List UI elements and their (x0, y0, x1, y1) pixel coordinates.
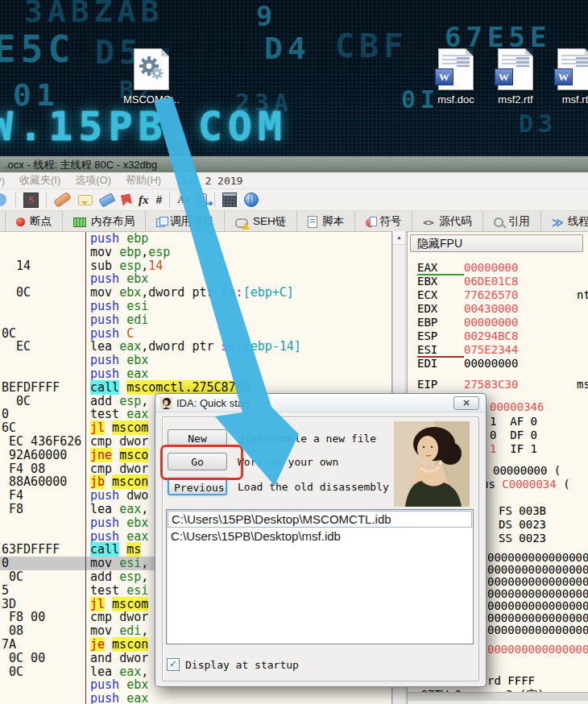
strings-icon[interactable]: Az (177, 193, 189, 206)
asm-row[interactable]: push edi (0, 313, 392, 327)
asm-bytes: F8 (2, 503, 23, 516)
asm-token: eax (126, 691, 148, 704)
asm-token: ss: (222, 339, 243, 354)
recent-files-list[interactable]: C:\Users\15PB\Desktop\MSCOMCTL.idb C:\Us… (166, 509, 474, 644)
portrait-image (394, 421, 470, 507)
tab-script[interactable]: 脚本 (297, 211, 355, 232)
asm-row[interactable]: 0Cpush C (0, 327, 392, 341)
asm-instruction: push ebx (90, 678, 148, 692)
tab-callstack[interactable]: 调用堆栈 (146, 211, 225, 232)
menu-item-options[interactable]: 选项(O) (75, 173, 111, 188)
register-row: ECX77626570nt (417, 288, 518, 301)
register-row: EDI00000000 (417, 357, 518, 370)
tab-breakpoint[interactable]: 断点 (5, 211, 63, 232)
asm-token: push (90, 231, 126, 246)
tab-seh[interactable]: SEH链 (225, 211, 297, 232)
function-icon[interactable]: fx (139, 193, 149, 207)
asm-row[interactable]: push ebx (0, 354, 392, 367)
asm-row[interactable]: push ebp (0, 232, 392, 246)
asm-token: , (141, 259, 148, 273)
menu-item-favorites[interactable]: 收藏夹(I) (19, 173, 60, 188)
last-error: 00000000 ( (493, 464, 561, 477)
trace-icon[interactable] (197, 193, 207, 207)
asm-row[interactable]: 0Cmov ebx,dword ptr ss:[ebp+C] (0, 286, 392, 300)
go-button-highlight (160, 445, 243, 480)
flag-row: 1 AF 0 (490, 415, 537, 428)
bookmark-icon[interactable] (121, 193, 133, 206)
asm-instruction: jl mscom (90, 421, 148, 435)
recent-file-item[interactable]: C:\Users\15PB\Desktop\msf.idb (168, 528, 472, 544)
desktop-icon-msf-rtf[interactable]: W msf.rt (545, 48, 588, 106)
source-toggle-icon[interactable]: S (23, 193, 39, 208)
asm-bytes: 0C (2, 286, 31, 300)
tab-symbols[interactable]: 符号 (355, 211, 412, 232)
asm-token: push (90, 313, 126, 327)
asm-token: jl (90, 597, 105, 611)
asm-token: cmp (90, 610, 119, 624)
asm-bytes: 3D (2, 598, 16, 611)
asm-row[interactable]: 14sub esp,14 (0, 259, 392, 273)
asm-row[interactable]: push ebx (0, 272, 392, 286)
wallpaper-glyph: CBF (335, 27, 408, 64)
close-icon[interactable]: × (453, 396, 479, 410)
x87-value: 0000000000000000000 (487, 611, 588, 624)
desktop-icon-msf-doc[interactable]: W msf.doc (425, 48, 487, 106)
hide-fpu-button[interactable]: 隐藏FPU (410, 234, 583, 252)
asm-token: 14 (148, 259, 163, 273)
desktop-icon-msf2-rtf[interactable]: W msf2.rtf (485, 48, 546, 106)
tab-memory[interactable]: 内存布局 (63, 211, 146, 232)
wallpaper-glyph: 01 (13, 77, 60, 113)
asm-token: ebx (126, 271, 148, 286)
asm-instruction: mov ebp,esp (90, 246, 170, 259)
recent-file-item[interactable]: C:\Users\15PB\Desktop\MSCOMCTL.idb (168, 511, 472, 528)
menu-item-help[interactable]: 帮助(H) (126, 173, 161, 188)
tab-threads[interactable]: 线程 (541, 211, 588, 232)
desktop-icon-label: msf2.rtf (485, 93, 546, 106)
scroll-up-arrow[interactable]: ▲ (393, 231, 405, 245)
asm-token: ebp (126, 231, 148, 246)
menu-item-plugins[interactable]: P) (0, 175, 5, 187)
display-at-startup-checkbox[interactable]: ✓ (167, 658, 180, 671)
flag-name: DF 0 (496, 429, 537, 441)
comment-icon[interactable] (78, 195, 93, 205)
register-value: 00430000 (464, 302, 518, 315)
asm-token: push (90, 516, 126, 530)
asm-instruction: cmp dwor (90, 611, 148, 624)
register-value: 06DE01C8 (464, 275, 518, 288)
label-icon[interactable] (98, 193, 115, 207)
desktop-icon-label: msf.doc (425, 93, 487, 106)
tab-source[interactable]: 源代码 (412, 211, 483, 232)
gear-icon (151, 67, 164, 80)
desktop-icon-mscomctl[interactable]: MSCOMC... (121, 48, 182, 106)
segment-row: SS 0023 (499, 532, 546, 545)
x87-value: 0000000000000000000 (487, 575, 588, 588)
patch-icon[interactable] (53, 192, 72, 208)
partial-icon[interactable] (0, 193, 6, 206)
asm-row[interactable]: push eax (0, 367, 392, 381)
build-date: Jul 2 2019 (180, 175, 242, 187)
hash-icon[interactable]: # (156, 193, 163, 206)
asm-bytes: 0C 00 (2, 652, 45, 665)
calculator-icon[interactable] (222, 193, 237, 207)
internet-icon[interactable] (244, 193, 259, 207)
tab-label: 断点 (30, 214, 52, 229)
word-w-icon: W (554, 68, 573, 85)
tab-references[interactable]: 引用 (483, 211, 541, 232)
script-icon (308, 216, 317, 228)
dialog-titlebar[interactable]: IDA: Quick start × (155, 394, 486, 412)
asm-instruction: mov edi, (90, 624, 148, 638)
previous-button[interactable]: Previous (168, 478, 227, 495)
asm-bytes: 0C (2, 570, 23, 584)
asm-row[interactable]: push esi (0, 300, 392, 313)
asm-token (119, 542, 126, 557)
tab-label: 线程 (568, 214, 588, 229)
asm-row[interactable]: EClea eax,dword ptr ss:[ebp-14] (0, 340, 392, 354)
last-status-suffix: ( (557, 478, 570, 491)
toolbar-separator (169, 193, 170, 207)
asm-instruction: and dwor (90, 652, 148, 665)
register-name: ECX (417, 288, 464, 301)
asm-row[interactable]: push eax (0, 692, 392, 704)
toolbar-separator (214, 193, 215, 207)
window-titlebar[interactable]: .ocx - 线程: 主线程 80C - x32dbg (0, 156, 588, 172)
asm-row[interactable]: mov ebp,esp (0, 246, 392, 259)
